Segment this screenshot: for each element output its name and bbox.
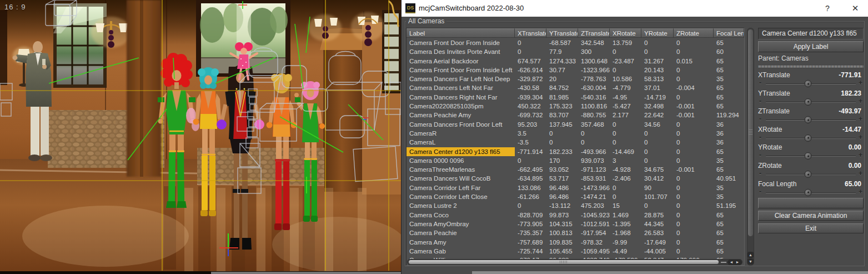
slider-track[interactable]: [766, 156, 856, 157]
camera-label-cell[interactable]: Camera Dancers Will CocoB: [407, 174, 515, 183]
column-header-ztranslate[interactable]: ZTranslate: [578, 28, 610, 38]
camera-label-cell[interactable]: Camera Dancers Front Door Left: [407, 120, 515, 129]
table-row[interactable]: CameraThreeMarlenas-662.49593.052-971.12…: [407, 165, 744, 174]
camera-label-cell[interactable]: Camera Gab: [407, 247, 515, 256]
slider-plus-button[interactable]: +: [859, 133, 862, 141]
camera-label-cell[interactable]: CameraThreeMarlenas: [407, 165, 515, 174]
camera-label-cell[interactable]: Camera Dancers Far Left Not Deep: [407, 74, 515, 83]
camera-label-cell[interactable]: Camera Center d1200 y133 fl65: [407, 147, 515, 156]
slider-track[interactable]: [766, 119, 856, 121]
camera-label-cell[interactable]: Camera Corridor Left Close: [407, 192, 515, 201]
slider-minus-button[interactable]: -: [759, 79, 761, 87]
column-header-focal-len[interactable]: Focal Len: [714, 28, 744, 38]
table-row[interactable]: Camera Coco-828.70999.873-1045.9231.4692…: [407, 211, 744, 220]
slider-plus-button[interactable]: +: [859, 188, 862, 196]
table-row[interactable]: Camera Peachie-735.357100.813-917.954-1.…: [407, 228, 744, 237]
slider-thumb[interactable]: [805, 134, 812, 142]
column-header-zrotate[interactable]: ZRotate: [674, 28, 714, 38]
table-row[interactable]: Camera Gab-725.744105.455-1059.495-4.49-…: [407, 247, 744, 256]
camera-label-cell[interactable]: Camera Amy: [407, 238, 515, 247]
slider-thumb[interactable]: [805, 98, 812, 106]
table-row[interactable]: Camera Corridor Left Far133.08696.486-14…: [407, 183, 744, 192]
clear-camera-animation-button[interactable]: Clear Camera Animation: [758, 211, 864, 221]
table-row[interactable]: CameraR3.50000036: [407, 129, 744, 138]
table-row[interactable]: Camera 0000 00960170939.07330035: [407, 156, 744, 165]
table-row[interactable]: Camera Corridor Left Close-61.26696.486-…: [407, 192, 744, 201]
scroll-down-icon[interactable]: ▼: [747, 258, 754, 265]
slider-plus-button[interactable]: +: [859, 170, 862, 177]
table-row[interactable]: Camera Des Invites Porte Avant077.930000…: [407, 47, 744, 56]
camera-label-cell[interactable]: CameraL: [407, 138, 515, 147]
slider-thumb[interactable]: [805, 152, 812, 160]
slider-plus-button[interactable]: +: [859, 115, 862, 123]
table-cell: 65: [714, 228, 744, 237]
camera-label-input[interactable]: Camera Center d1200 y133 fl65: [758, 28, 864, 39]
slider-minus-button[interactable]: -: [759, 97, 761, 105]
camera-label-cell[interactable]: CameraR: [407, 129, 515, 138]
apply-label-button[interactable]: Apply Label: [758, 41, 864, 52]
scroll-up-icon[interactable]: ▲: [747, 252, 754, 258]
column-header-label[interactable]: Label: [407, 28, 515, 38]
slider-minus-button[interactable]: -: [759, 133, 761, 141]
table-row[interactable]: Camera Center d1200 y133 fl65-771.914182…: [407, 147, 744, 156]
camera-label-cell[interactable]: Camera Peachie Amy: [407, 111, 515, 119]
slider-thumb[interactable]: [805, 189, 812, 196]
slider-track[interactable]: [766, 83, 856, 84]
table-row[interactable]: Camera Amy-757.689109.835-978.32-9.99-17…: [407, 238, 744, 247]
table-row[interactable]: Camera Aerial Backdoor674.5771274.333130…: [407, 57, 744, 66]
slider-track[interactable]: [766, 192, 856, 193]
column-header-xtranslate[interactable]: XTranslate: [515, 28, 546, 38]
camera-label-cell[interactable]: Camera Lustre 2: [407, 201, 515, 210]
table-row[interactable]: Camera AmyOmbray-773.905104.315-1012.591…: [407, 220, 744, 228]
render-viewport[interactable]: 16 : 9: [0, 0, 401, 274]
scroll-left-right-icon[interactable]: ◄ ►: [727, 260, 742, 265]
camera-table[interactable]: LabelXTranslateYTranslateZTranslateXRota…: [406, 28, 745, 266]
vertical-scrollbar[interactable]: ▲ ▼: [747, 28, 754, 266]
slider-track[interactable]: [766, 138, 856, 139]
slider-track[interactable]: [766, 102, 856, 103]
camera-label-cell[interactable]: Camera Corridor Left Far: [407, 183, 515, 192]
slider-thumb[interactable]: [805, 171, 812, 178]
camera-label-cell[interactable]: Camera Front Door From Inside: [407, 38, 515, 47]
camera-label-cell[interactable]: Camera Dancers Left Not Far: [407, 83, 515, 92]
table-row[interactable]: Camera Dancers Front Door Left95.203137.…: [407, 120, 744, 129]
table-row[interactable]: Camera Dancers Left Not Far-430.5884.752…: [407, 83, 744, 92]
camera-label-cell[interactable]: Camera Front Door From Inside Left: [407, 66, 515, 74]
table-row[interactable]: CameraL-3.50000036: [407, 138, 744, 147]
table-row[interactable]: Camera202208251035pm450.322175.3231100.8…: [407, 102, 744, 111]
table-row[interactable]: Camera Front Door From Inside Left-626.9…: [407, 66, 744, 74]
slider-minus-button[interactable]: -: [759, 115, 761, 123]
exit-button[interactable]: Exit: [758, 223, 864, 233]
slider-minus-button[interactable]: -: [759, 151, 761, 159]
column-header-yrotate[interactable]: YRotate: [641, 28, 674, 38]
horizontal-scrollbar[interactable]: ◄ ►: [407, 259, 742, 265]
horizontal-scrollbar-thumb[interactable]: [409, 260, 719, 264]
camera-label-cell[interactable]: Camera Peachie: [407, 228, 515, 237]
camera-label-cell[interactable]: Camera Des Invites Porte Avant: [407, 47, 515, 56]
camera-label-cell[interactable]: Camera Coco: [407, 211, 515, 220]
slider-thumb[interactable]: [805, 80, 812, 87]
table-row[interactable]: Camera Dancers Far Left Not Deep-329.872…: [407, 74, 744, 83]
table-row[interactable]: Camera Lustre 20-13.112475.203150051.195: [407, 201, 744, 210]
slider-minus-button[interactable]: -: [759, 170, 761, 177]
slider-track[interactable]: [766, 174, 856, 175]
slider-plus-button[interactable]: +: [859, 151, 862, 159]
camera-label-cell[interactable]: Camera 0000 0096: [407, 156, 515, 165]
slider-minus-button[interactable]: -: [759, 188, 761, 196]
table-row[interactable]: Camera Dancers Right Not Far-939.30481.9…: [407, 93, 744, 102]
vertical-scrollbar-thumb[interactable]: [748, 29, 753, 236]
column-header-xrotate[interactable]: XRotate: [610, 28, 641, 38]
table-row[interactable]: Camera Front Door From Inside0-68.587342…: [407, 38, 744, 47]
camera-label-cell[interactable]: Camera AmyOmbray: [407, 220, 515, 228]
slider-plus-button[interactable]: +: [859, 97, 862, 105]
table-cell: 3: [610, 156, 641, 165]
camera-label-cell[interactable]: Camera Dancers Right Not Far: [407, 93, 515, 102]
blank-button[interactable]: [758, 198, 864, 208]
slider-thumb[interactable]: [805, 116, 812, 123]
table-row[interactable]: Camera Peachie Amy-699.73283.707-880.755…: [407, 111, 744, 119]
camera-label-cell[interactable]: Camera202208251035pm: [407, 102, 515, 111]
column-header-ytranslate[interactable]: YTranslate: [546, 28, 578, 38]
slider-plus-button[interactable]: +: [859, 79, 862, 87]
camera-label-cell[interactable]: Camera Aerial Backdoor: [407, 57, 515, 66]
table-row[interactable]: Camera Dancers Will CocoB-634.89553.717-…: [407, 174, 744, 183]
